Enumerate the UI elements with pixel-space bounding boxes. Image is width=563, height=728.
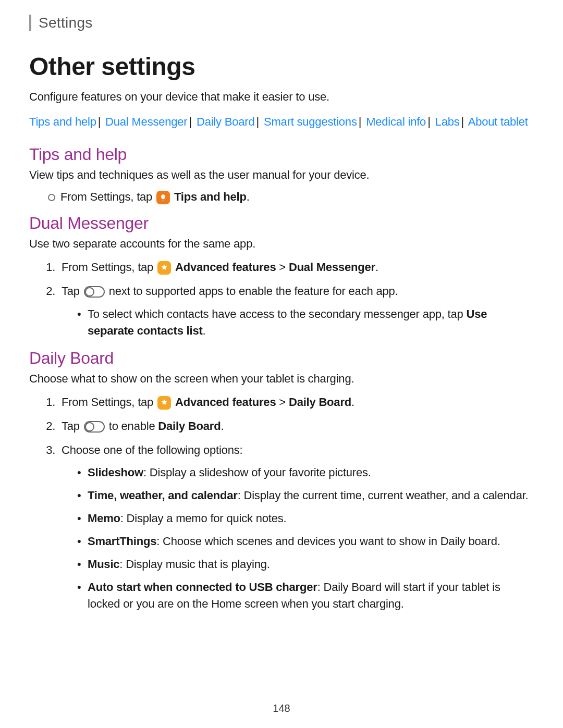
list-item: Slideshow: Display a slideshow of your f… (77, 464, 534, 481)
toc-link-about[interactable]: About tablet (468, 115, 528, 128)
list-item: SmartThings: Choose which scenes and dev… (77, 533, 534, 550)
dual-s1-b2: Dual Messenger (289, 261, 375, 274)
daily-s1-b2: Daily Board (289, 396, 351, 409)
dual-s1-gt: > (279, 261, 286, 274)
toc-sep: | (359, 115, 362, 128)
toc-sep: | (189, 115, 192, 128)
toggle-icon (84, 286, 105, 298)
dual-s2-prefix: Tap (62, 285, 80, 298)
toc-sep: | (256, 115, 259, 128)
opt-text: : Display music that is playing. (119, 558, 270, 571)
list-item: Auto start when connected to USB charger… (77, 579, 534, 612)
tips-step-prefix: From Settings, tap (60, 190, 152, 203)
dual-sub: To select which contacts have access to … (77, 306, 534, 339)
dual-s1-prefix: From Settings, tap (62, 261, 153, 274)
daily-s3: Choose one of the following options: (62, 443, 243, 456)
opt-text: : Choose which scenes and devices you wa… (156, 535, 500, 548)
toc-link-labs[interactable]: Labs (435, 115, 460, 128)
opt-text: : Display a memo for quick notes. (120, 512, 287, 525)
daily-intro: Choose what to show on the screen when y… (29, 372, 534, 386)
tips-step-label: Tips and help (174, 190, 247, 203)
dual-step-2: Tap next to supported apps to enable the… (58, 283, 534, 339)
advanced-features-icon (157, 396, 171, 410)
opt-bold: Slideshow (88, 466, 143, 479)
dual-step-1: From Settings, tap Advanced features > D… (58, 259, 534, 276)
opt-bold: Memo (88, 512, 120, 525)
opt-bold: Auto start when connected to USB charger (88, 581, 317, 594)
heading-dual: Dual Messenger (29, 214, 534, 233)
dual-intro: Use two separate accounts for the same a… (29, 237, 534, 251)
list-item: Music: Display music that is playing. (77, 556, 534, 573)
opt-text: : Display a slideshow of your favorite p… (143, 466, 371, 479)
advanced-features-icon (157, 261, 171, 275)
daily-step-1: From Settings, tap Advanced features > D… (58, 394, 534, 411)
heading-tips: Tips and help (29, 145, 534, 164)
toc-link-tips[interactable]: Tips and help (29, 115, 96, 128)
toc-link-smart[interactable]: Smart suggestions (264, 115, 357, 128)
daily-s1-prefix: From Settings, tap (62, 396, 153, 409)
tips-step: From Settings, tap Tips and help. (48, 190, 534, 204)
daily-step-2: Tap to enable Daily Board. (58, 418, 534, 435)
toc-link-medical[interactable]: Medical info (366, 115, 426, 128)
open-circle-bullet-icon (48, 194, 55, 201)
opt-bold: Time, weather, and calendar (88, 489, 238, 502)
tips-intro: View tips and techniques as well as the … (29, 168, 534, 182)
toc-link-daily[interactable]: Daily Board (197, 115, 255, 128)
dual-s2-suffix: next to supported apps to enable the fea… (109, 285, 398, 298)
daily-s2-bold: Daily Board (158, 419, 221, 433)
breadcrumb: Settings (39, 15, 534, 31)
daily-steps: From Settings, tap Advanced features > D… (58, 394, 534, 612)
toc-link-dual[interactable]: Dual Messenger (105, 115, 187, 128)
dual-steps: From Settings, tap Advanced features > D… (58, 259, 534, 339)
lightbulb-icon (156, 191, 170, 204)
toc-sep: | (461, 115, 464, 128)
page-intro: Configure features on your device that m… (29, 90, 534, 104)
daily-s1-b1: Advanced features (175, 396, 276, 409)
dual-sub-text: To select which contacts have access to … (88, 307, 466, 320)
toc: Tips and help| Dual Messenger| Daily Boa… (29, 113, 534, 130)
toc-sep: | (427, 115, 431, 128)
list-item: Time, weather, and calendar: Display the… (77, 487, 534, 504)
daily-s1-gt: > (279, 396, 286, 409)
opt-text: : Display the current time, current weat… (238, 489, 529, 502)
heading-daily: Daily Board (29, 349, 534, 368)
page-title: Other settings (29, 52, 534, 81)
page-number: 148 (0, 702, 563, 714)
daily-step-3: Choose one of the following options: Sli… (58, 442, 534, 612)
opt-bold: SmartThings (88, 535, 156, 548)
daily-options: Slideshow: Display a slideshow of your f… (77, 464, 534, 612)
toc-sep: | (98, 115, 101, 128)
dual-sub-item: To select which contacts have access to … (77, 306, 534, 339)
toggle-icon (84, 421, 105, 433)
breadcrumb-container: Settings (29, 15, 534, 31)
daily-s2-mid: to enable (109, 419, 158, 433)
dual-s1-b1: Advanced features (175, 261, 276, 274)
opt-bold: Music (88, 558, 119, 571)
daily-s2-prefix: Tap (62, 419, 80, 433)
list-item: Memo: Display a memo for quick notes. (77, 510, 534, 527)
